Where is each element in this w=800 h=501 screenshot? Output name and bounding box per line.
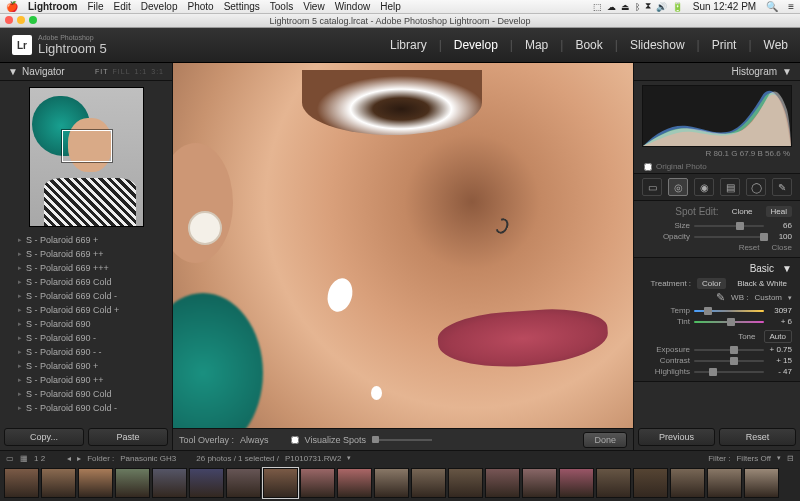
chevron-down-icon[interactable]: ▾	[788, 294, 792, 302]
wifi-icon[interactable]: ⧗	[645, 1, 651, 12]
brush-tool[interactable]: ✎	[772, 178, 792, 196]
redeye-tool[interactable]: ◉	[694, 178, 714, 196]
module-map[interactable]: Map	[525, 38, 548, 52]
chevron-right-icon[interactable]: ▸	[77, 454, 81, 463]
chevron-left-icon[interactable]: ◂	[67, 454, 71, 463]
menu-develop[interactable]: Develop	[141, 1, 178, 12]
minimize-window-button[interactable]	[17, 16, 25, 24]
preset-item[interactable]: ▸S - Polaroid 669 ++	[0, 247, 172, 261]
visualize-spots-checkbox[interactable]	[291, 436, 299, 444]
bluetooth-icon[interactable]: ᛒ	[635, 2, 640, 12]
menu-photo[interactable]: Photo	[188, 1, 214, 12]
previous-button[interactable]: Previous	[638, 428, 715, 446]
spotlight-icon[interactable]: 🔍	[766, 1, 778, 12]
visualize-slider[interactable]	[372, 439, 432, 441]
gradient-tool[interactable]: ▤	[720, 178, 740, 196]
wb-value[interactable]: Custom	[754, 293, 782, 302]
preset-item[interactable]: ▸S - Polaroid 690 Cold -	[0, 401, 172, 415]
histogram[interactable]	[642, 85, 792, 147]
module-print[interactable]: Print	[712, 38, 737, 52]
navigator-header[interactable]: ▼ Navigator FIT FILL 1:1 3:1	[0, 63, 172, 81]
heal-spot-marker[interactable]	[324, 275, 356, 314]
eject-icon[interactable]: ⏏	[621, 2, 630, 12]
monitor-icon[interactable]: ▭	[6, 454, 14, 463]
menu-edit[interactable]: Edit	[114, 1, 131, 12]
preset-item[interactable]: ▸S - Polaroid 690 +	[0, 359, 172, 373]
filmstrip-thumb[interactable]	[522, 468, 557, 498]
histogram-header[interactable]: Histogram ▼	[634, 63, 800, 81]
nav-mode-fit[interactable]: FIT	[95, 68, 109, 75]
filmstrip-thumb[interactable]	[300, 468, 335, 498]
filmstrip-thumb[interactable]	[411, 468, 446, 498]
filmstrip-thumb[interactable]	[448, 468, 483, 498]
filmstrip-thumb[interactable]	[559, 468, 594, 498]
navigator-crop-box[interactable]	[62, 130, 112, 162]
clock[interactable]: Sun 12:42 PM	[693, 1, 756, 12]
opacity-slider[interactable]	[694, 233, 764, 241]
menu-view[interactable]: View	[303, 1, 325, 12]
photo-canvas[interactable]	[173, 63, 633, 428]
filmstrip-thumb[interactable]	[226, 468, 261, 498]
auto-tone-button[interactable]: Auto	[764, 330, 792, 343]
filmstrip-thumb[interactable]	[633, 468, 668, 498]
spot-tool[interactable]: ◎	[668, 178, 688, 196]
preset-item[interactable]: ▸S - Polaroid 669 Cold -	[0, 289, 172, 303]
menu-settings[interactable]: Settings	[224, 1, 260, 12]
temp-slider[interactable]	[694, 307, 764, 315]
module-book[interactable]: Book	[575, 38, 602, 52]
cloud-icon[interactable]: ☁	[607, 2, 616, 12]
filter-value[interactable]: Filters Off	[736, 454, 771, 463]
apple-icon[interactable]: 🍎	[6, 1, 18, 12]
filmstrip-thumb[interactable]	[189, 468, 224, 498]
filmstrip-thumb[interactable]	[596, 468, 631, 498]
filmstrip-thumb[interactable]	[78, 468, 113, 498]
filmstrip-thumb[interactable]	[670, 468, 705, 498]
contrast-slider[interactable]	[694, 357, 764, 365]
highlights-slider[interactable]	[694, 368, 764, 376]
app-menu[interactable]: Lightroom	[28, 1, 77, 12]
lock-icon[interactable]: ⊟	[787, 454, 794, 463]
filmstrip-thumb[interactable]	[4, 468, 39, 498]
filmstrip-thumb[interactable]	[152, 468, 187, 498]
preset-item[interactable]: ▸S - Polaroid 690 ++	[0, 373, 172, 387]
basic-title[interactable]: Basic	[750, 263, 774, 274]
volume-icon[interactable]: 🔊	[656, 2, 667, 12]
filmstrip-thumb[interactable]	[374, 468, 409, 498]
module-develop[interactable]: Develop	[454, 38, 498, 52]
notifications-icon[interactable]: ≡	[788, 1, 794, 12]
filmstrip-thumb[interactable]	[263, 468, 298, 498]
chevron-down-icon[interactable]: ▾	[347, 454, 351, 462]
filmstrip-thumb[interactable]	[485, 468, 520, 498]
reset-button[interactable]: Reset	[719, 428, 796, 446]
battery-icon[interactable]: 🔋	[672, 2, 683, 12]
preset-item[interactable]: ▸S - Polaroid 690	[0, 317, 172, 331]
nav-mode-3-1[interactable]: 3:1	[151, 68, 164, 75]
filmstrip-thumb[interactable]	[41, 468, 76, 498]
preset-item[interactable]: ▸S - Polaroid 690 Cold	[0, 387, 172, 401]
clone-mode[interactable]: Clone	[727, 206, 758, 217]
preset-item[interactable]: ▸S - Polaroid 669 Cold +	[0, 303, 172, 317]
preset-item[interactable]: ▸S - Polaroid 669 +	[0, 233, 172, 247]
filmstrip[interactable]	[0, 465, 800, 501]
grid-icon[interactable]: ▦	[20, 454, 28, 463]
original-photo-checkbox[interactable]	[644, 163, 652, 171]
preset-item[interactable]: ▸S - Polaroid 669 Cold	[0, 275, 172, 289]
treatment-bw[interactable]: Black & White	[732, 278, 792, 289]
nav-mode-1-1[interactable]: 1:1	[135, 68, 148, 75]
dropbox-icon[interactable]: ⬚	[593, 2, 602, 12]
module-slideshow[interactable]: Slideshow	[630, 38, 685, 52]
preset-list[interactable]: ▸S - Polaroid 669 +▸S - Polaroid 669 ++▸…	[0, 233, 172, 424]
menu-window[interactable]: Window	[335, 1, 371, 12]
heal-spot-marker[interactable]	[371, 386, 382, 400]
done-button[interactable]: Done	[583, 432, 627, 448]
menu-tools[interactable]: Tools	[270, 1, 293, 12]
preset-item[interactable]: ▸S - Polaroid 690 -	[0, 331, 172, 345]
preset-item[interactable]: ▸S - Polaroid 690 - -	[0, 345, 172, 359]
treatment-color[interactable]: Color	[697, 278, 726, 289]
module-library[interactable]: Library	[390, 38, 427, 52]
close-window-button[interactable]	[5, 16, 13, 24]
heal-mode[interactable]: Heal	[766, 206, 792, 217]
folder-name[interactable]: Panasonic GH3	[120, 454, 176, 463]
paste-button[interactable]: Paste	[88, 428, 168, 446]
menu-help[interactable]: Help	[380, 1, 401, 12]
